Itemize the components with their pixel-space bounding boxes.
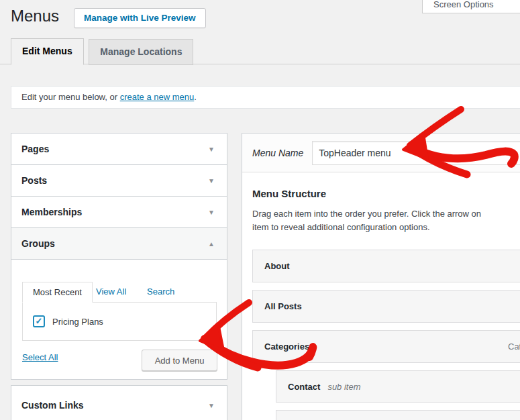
- accordion-section-posts[interactable]: Posts ▼: [11, 164, 227, 197]
- menu-item-title: Categories: [264, 342, 309, 352]
- menu-item-title: All Posts: [264, 301, 302, 311]
- add-menu-items-sidebar: Pages ▼ Posts ▼ Memberships ▼ Groups ▲ M…: [11, 133, 227, 420]
- groups-tab-view-all[interactable]: View All: [96, 286, 126, 297]
- menu-items-list: About All Posts Categories Category Cont…: [252, 250, 520, 420]
- menu-name-input[interactable]: [312, 141, 520, 165]
- menu-item-contact[interactable]: Contact sub item: [276, 370, 520, 403]
- sub-item-note: sub item: [327, 382, 360, 392]
- menu-editor-panel: Menu Name Menu Structure Drag each item …: [242, 133, 520, 420]
- menu-item-partial[interactable]: [276, 410, 520, 420]
- tab-edit-menus[interactable]: Edit Menus: [11, 38, 84, 65]
- accordion-section-memberships[interactable]: Memberships ▼: [11, 196, 227, 228]
- edit-menu-notice: Edit your menu below, or create a new me…: [11, 86, 520, 109]
- tab-manage-locations[interactable]: Manage Locations: [89, 39, 193, 65]
- groups-tab-most-recent[interactable]: Most Recent: [22, 282, 93, 303]
- groups-checklist: ✓ Pricing Plans: [22, 302, 217, 341]
- groups-panel-body: Most Recent View All Search ✓ Pricing Pl…: [11, 259, 227, 380]
- menu-structure-body: Menu Structure Drag each item into the o…: [242, 172, 520, 420]
- menu-item-type-label: Category: [508, 342, 520, 352]
- chevron-down-icon: ▼: [208, 146, 215, 153]
- accordion-title: Groups: [21, 238, 55, 249]
- menu-structure-description: Drag each item into the order you prefer…: [252, 207, 520, 234]
- select-all-link[interactable]: Select All: [22, 352, 58, 362]
- page-title: Menus: [11, 7, 59, 25]
- menu-item-title: About: [264, 261, 290, 271]
- accordion-section-custom-links[interactable]: Custom Links ▼: [11, 385, 227, 420]
- pricing-plans-label[interactable]: Pricing Plans: [52, 317, 103, 327]
- accordion-title: Pages: [21, 144, 49, 154]
- notice-text-before: Edit your menu below, or: [21, 92, 120, 102]
- accordion-title: Custom Links: [21, 400, 84, 411]
- accordion-title: Memberships: [21, 207, 82, 217]
- groups-tab-search[interactable]: Search: [147, 286, 174, 297]
- chevron-down-icon: ▼: [208, 402, 215, 409]
- menu-item-categories[interactable]: Categories Category: [252, 330, 520, 363]
- menu-item-about[interactable]: About: [252, 250, 520, 282]
- menu-name-label: Menu Name: [252, 148, 310, 158]
- chevron-down-icon: ▼: [208, 177, 215, 185]
- manage-live-preview-button[interactable]: Manage with Live Preview: [74, 8, 206, 28]
- screen-options-button[interactable]: Screen Options: [422, 0, 520, 13]
- notice-text-after: .: [194, 92, 197, 102]
- add-to-menu-button[interactable]: Add to Menu: [142, 350, 217, 371]
- accordion-section-pages[interactable]: Pages ▼: [11, 133, 227, 165]
- description-line: item to reveal additional configuration …: [252, 221, 520, 234]
- accordion-section-groups[interactable]: Groups ▲: [11, 227, 227, 260]
- pricing-plans-checkbox[interactable]: ✓: [33, 315, 45, 327]
- accordion-title: Posts: [21, 175, 47, 186]
- chevron-down-icon: ▼: [208, 209, 215, 216]
- description-line: Drag each item into the order you prefer…: [252, 207, 520, 221]
- menu-item-title: Contact: [288, 382, 320, 392]
- menu-item-all-posts[interactable]: All Posts: [252, 290, 520, 323]
- nav-tab-wrapper: Edit Menus Manage Locations: [0, 38, 520, 64]
- create-new-menu-link[interactable]: create a new menu: [120, 92, 195, 102]
- checkmark-icon: ✓: [36, 316, 43, 326]
- menu-structure-title: Menu Structure: [252, 188, 520, 199]
- menu-name-row: Menu Name: [242, 134, 520, 172]
- chevron-up-icon: ▲: [208, 240, 215, 248]
- screen-options-label: Screen Options: [433, 0, 494, 9]
